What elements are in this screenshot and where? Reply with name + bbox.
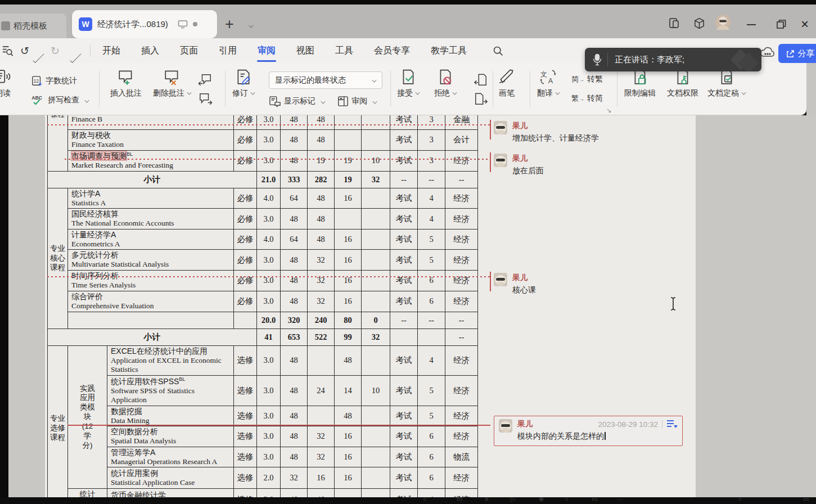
markup-state-dropdown[interactable]: 显示标记的最终状态 xyxy=(269,71,382,89)
table-cell[interactable]: 6 xyxy=(418,270,445,291)
course-cell[interactable]: 时间序列分析Time Series Analysis xyxy=(68,270,234,291)
status-icon[interactable]: ≡ xyxy=(485,497,488,502)
table-cell[interactable]: 32 xyxy=(308,291,335,312)
table-cell[interactable]: 统计 类模块 xyxy=(68,489,107,497)
table-cell[interactable] xyxy=(362,188,390,209)
table-cell[interactable]: 6 xyxy=(418,447,445,467)
translate-button[interactable]: 文A 翻译 xyxy=(537,69,560,98)
table-cell[interactable]: 4 xyxy=(418,188,445,209)
table-cell[interactable]: 16 xyxy=(335,291,362,312)
table-cell[interactable]: 必修 xyxy=(234,270,257,291)
table-cell[interactable] xyxy=(362,447,390,467)
menu-tools[interactable]: 工具 xyxy=(335,45,353,57)
table-cell[interactable]: 6 xyxy=(418,291,445,312)
table-cell[interactable]: -- xyxy=(418,312,445,328)
status-icon[interactable]: ⋯ xyxy=(617,497,624,503)
insert-comment-button[interactable]: 插入批注 xyxy=(110,69,142,98)
table-cell[interactable]: 考试 xyxy=(390,291,418,312)
table-cell[interactable]: 48 xyxy=(308,229,335,250)
table-cell[interactable]: 3.0 xyxy=(257,426,281,447)
to-traditional-button[interactable]: 简→ 转繁 xyxy=(571,74,603,84)
table-cell[interactable] xyxy=(362,250,390,271)
comment-menu-icon[interactable] xyxy=(666,420,678,429)
table-cell[interactable] xyxy=(362,345,390,375)
status-icon[interactable]: ▭ xyxy=(803,497,809,503)
delete-comment-button[interactable]: 删除批注 xyxy=(153,69,191,98)
table-cell[interactable]: 选修 xyxy=(234,489,257,497)
status-icon[interactable]: ○ xyxy=(565,497,569,502)
table-cell[interactable]: 48 xyxy=(308,489,335,497)
course-cell[interactable]: 多元统计分析Multivariate Statistical Analysis xyxy=(68,250,234,271)
table-cell[interactable]: 3 xyxy=(418,130,445,151)
course-cell[interactable]: 空间数据分析Spatial Data Analysis xyxy=(107,426,234,447)
table-cell[interactable]: 32 xyxy=(308,426,335,447)
table-cell[interactable]: 48 xyxy=(335,406,362,426)
status-icon[interactable]: ⊕ xyxy=(539,497,544,503)
table-cell[interactable]: 经济 xyxy=(445,345,478,375)
table-cell[interactable]: 3.0 xyxy=(257,250,281,271)
table-cell[interactable]: 经济 xyxy=(445,291,478,312)
comment[interactable]: 果儿核心课 xyxy=(494,273,689,295)
find-replace-icon[interactable] xyxy=(1,43,14,58)
table-cell[interactable] xyxy=(234,312,257,328)
previous-comment-icon[interactable] xyxy=(198,73,213,87)
table-cell[interactable]: 必修 xyxy=(234,115,257,130)
table-cell[interactable]: 考试 xyxy=(390,188,418,209)
track-changes-button[interactable]: 修订 xyxy=(232,69,255,98)
table-cell[interactable]: 3.0 xyxy=(257,345,281,375)
status-icon[interactable]: ○ xyxy=(423,497,427,502)
table-cell[interactable]: 3.0 xyxy=(257,115,281,130)
table-cell[interactable]: 48 xyxy=(281,489,308,497)
undo-icon[interactable]: ↺ xyxy=(20,43,29,58)
table-cell[interactable]: 考试 xyxy=(390,130,418,151)
table-cell[interactable]: 48 xyxy=(281,115,308,130)
table-cell[interactable]: 经济 xyxy=(445,426,478,447)
table-cell[interactable]: 考试 xyxy=(390,229,418,250)
table-cell[interactable]: 2.0 xyxy=(257,467,281,489)
table-cell[interactable]: 48 xyxy=(281,270,308,291)
course-cell[interactable]: 计量经济学AEconometrics A xyxy=(68,229,234,250)
table-cell[interactable]: 48 xyxy=(308,209,335,230)
table-cell[interactable]: 专业 选修 课程 xyxy=(48,345,68,497)
table-cell[interactable]: 经济 xyxy=(445,467,478,489)
history-chevron-icon[interactable] xyxy=(70,52,82,63)
table-cell[interactable]: 专业 核心 课程 xyxy=(48,188,68,328)
table-cell[interactable]: 48 xyxy=(281,291,308,312)
table-cell[interactable]: 经济 xyxy=(445,188,478,209)
tab-list-chevron-icon[interactable] xyxy=(249,24,254,28)
table-cell[interactable] xyxy=(362,270,390,291)
table-cell[interactable]: 48 xyxy=(281,375,308,406)
table-cell[interactable] xyxy=(362,291,390,312)
table-cell[interactable]: 考试 xyxy=(390,250,418,271)
table-cell[interactable]: -- xyxy=(445,171,478,188)
table-cell[interactable]: 3.0 xyxy=(257,270,281,291)
status-icon[interactable]: ▷ xyxy=(511,497,515,503)
table-cell[interactable]: 48 xyxy=(281,426,308,447)
comment[interactable]: 果儿放在后面 xyxy=(494,154,689,176)
table-cell[interactable]: 240 xyxy=(308,312,335,328)
table-cell[interactable]: 必修 xyxy=(234,291,257,312)
table-cell[interactable]: 考试 xyxy=(390,209,418,230)
table-cell[interactable]: 经济 xyxy=(445,270,478,291)
table-cell[interactable]: 10 xyxy=(362,375,390,406)
table-cell[interactable]: 经济 xyxy=(445,406,478,426)
table-cell[interactable]: 经济 xyxy=(445,489,478,497)
table-cell[interactable]: 21.0 xyxy=(257,171,281,188)
undo-chevron-icon[interactable] xyxy=(33,52,44,63)
table-cell[interactable]: 经济 xyxy=(445,229,478,250)
ink-brush-button[interactable]: 画笔 xyxy=(497,69,516,98)
table-cell[interactable]: 必修 xyxy=(234,130,257,151)
accept-revision-button[interactable]: 接受 xyxy=(397,69,420,98)
table-cell[interactable]: 16 xyxy=(335,270,362,291)
table-cell[interactable]: 80 xyxy=(335,312,362,328)
table-cell[interactable]: 4 xyxy=(418,489,445,497)
table-cell[interactable]: 考试 xyxy=(390,345,418,375)
table-cell[interactable] xyxy=(362,229,390,250)
table-cell[interactable]: 3.0 xyxy=(257,406,281,426)
table-cell[interactable]: 3.0 xyxy=(257,489,281,497)
comment[interactable]: 果儿增加统计学、计量经济学 xyxy=(494,121,689,143)
table-cell[interactable]: 48 xyxy=(281,447,308,467)
table-cell[interactable]: 16 xyxy=(308,467,335,489)
table-cell[interactable]: 考试 xyxy=(390,467,418,489)
menu-insert[interactable]: 插入 xyxy=(141,45,159,57)
